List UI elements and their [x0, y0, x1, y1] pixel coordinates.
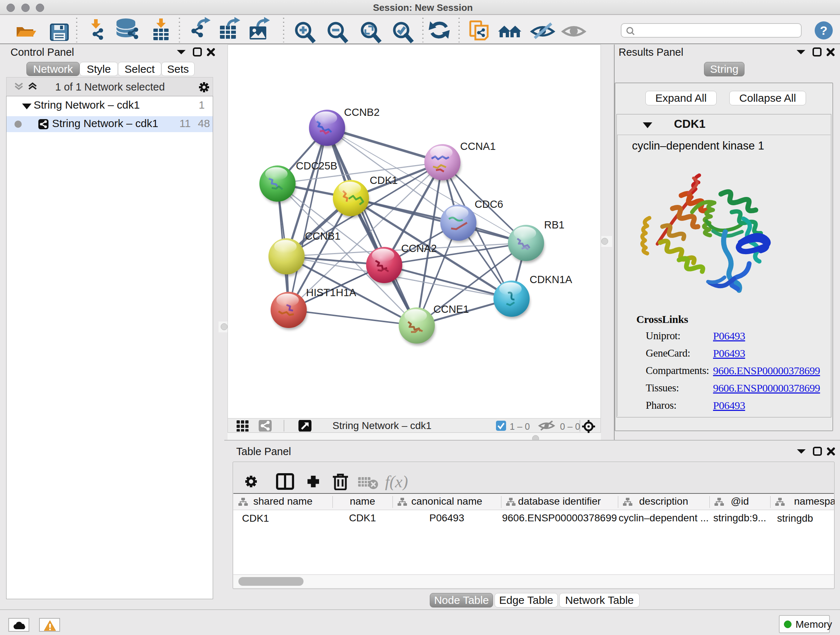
svg-text:CCNB1: CCNB1: [305, 230, 340, 242]
svg-text:RB1: RB1: [544, 219, 564, 231]
svg-text:CDKN1A: CDKN1A: [530, 274, 572, 285]
svg-text:CCNE1: CCNE1: [433, 303, 469, 315]
svg-text:CCNA1: CCNA1: [460, 141, 496, 152]
svg-text:f(x): f(x): [385, 472, 408, 490]
svg-text:HIST1H1A: HIST1H1A: [306, 287, 356, 298]
svg-text:CDC25B: CDC25B: [296, 160, 337, 172]
svg-text:CCNA2: CCNA2: [401, 242, 437, 254]
svg-text:CDC6: CDC6: [475, 198, 503, 210]
svg-text:CDK1: CDK1: [370, 174, 398, 186]
svg-text:CCNB2: CCNB2: [344, 106, 379, 118]
